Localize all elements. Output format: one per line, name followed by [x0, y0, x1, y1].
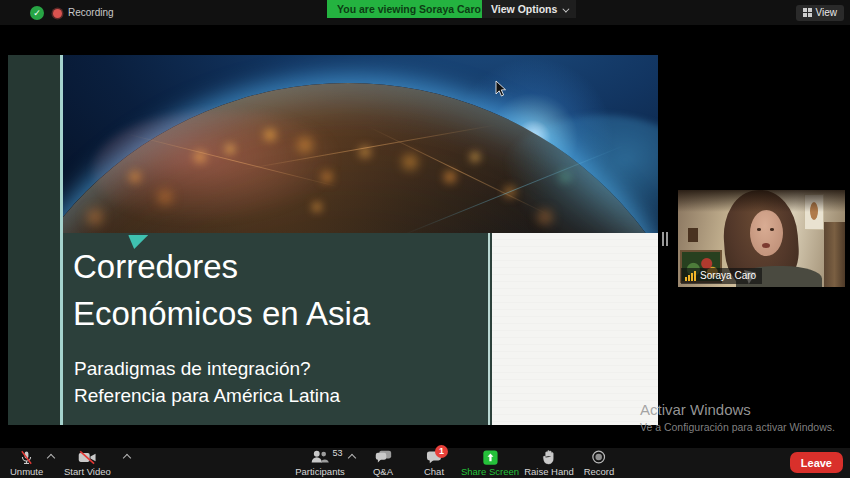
qa-label: Q&A [373, 466, 393, 477]
share-screen-icon [483, 449, 498, 465]
share-screen-button[interactable]: Share Screen [461, 449, 519, 477]
audio-options-caret[interactable] [47, 454, 55, 462]
chat-badge: 1 [435, 445, 448, 458]
city-lights [63, 55, 67, 59]
watermark-title: Activar Windows [640, 401, 835, 418]
raise-hand-label: Raise Hand [524, 466, 574, 477]
participants-count: 53 [332, 448, 342, 458]
participant-name-tag: Soraya Caro [681, 268, 762, 284]
raise-hand-icon [542, 449, 555, 465]
chat-bubble-icon: 1 [426, 449, 442, 465]
qa-bubbles-icon [375, 449, 392, 465]
slide-title-line: Corredores [73, 243, 370, 290]
zoom-meeting-window: ✓ Recording You are viewing Soraya Caro … [0, 0, 850, 478]
view-options-label: View Options [491, 3, 557, 15]
participants-button[interactable]: 53 Participants [295, 449, 345, 477]
chevron-down-icon [563, 6, 570, 13]
atmosphere-pink-glow [93, 110, 353, 230]
encryption-shield-icon: ✓ [30, 6, 44, 20]
camera-off-icon [78, 449, 97, 465]
recording-label: Recording [68, 7, 114, 18]
chat-button[interactable]: 1 Chat [424, 449, 444, 477]
slide-title-box: Corredores Económicos en Asia Paradigmas… [63, 233, 490, 425]
unmute-button[interactable]: Unmute [10, 449, 43, 477]
panel-drag-handle[interactable] [662, 232, 670, 246]
view-label: View [816, 7, 838, 18]
audio-level-icon [685, 271, 696, 281]
mouse-cursor [495, 80, 507, 98]
participant-video-thumbnail[interactable]: Soraya Caro [678, 190, 845, 287]
start-video-button[interactable]: Start Video [64, 449, 111, 477]
grid-view-icon [803, 8, 812, 17]
participant-name: Soraya Caro [700, 268, 756, 284]
participant-face [750, 210, 783, 256]
participants-icon: 53 [310, 449, 329, 465]
share-screen-label: Share Screen [461, 466, 519, 477]
start-video-label: Start Video [64, 466, 111, 477]
slide-subtitle-line: Paradigmas de integración? [74, 355, 340, 382]
ceiling-shadow [678, 190, 845, 212]
slide-subtitle-line: Referencia para América Latina [74, 382, 340, 409]
slide-title-line: Económicos en Asia [73, 290, 370, 337]
unmute-label: Unmute [10, 466, 43, 477]
video-options-caret[interactable] [123, 454, 131, 462]
view-options-button[interactable]: View Options [482, 0, 576, 18]
watermark-subtitle: Ve a Configuración para activar Windows. [640, 421, 835, 433]
slide-subtitle: Paradigmas de integración? Referencia pa… [74, 355, 340, 409]
raise-hand-button[interactable]: Raise Hand [524, 449, 574, 477]
chat-label: Chat [424, 466, 444, 477]
participants-label: Participants [295, 466, 345, 477]
recording-dot-icon [53, 9, 62, 18]
earth-night-image [63, 55, 658, 233]
microphone-muted-icon [19, 449, 34, 465]
slide-title: Corredores Económicos en Asia [73, 243, 370, 337]
slide-white-panel [492, 233, 658, 425]
view-button[interactable]: View [796, 5, 845, 21]
qa-button[interactable]: Q&A [373, 449, 393, 477]
shared-screen-slide: Corredores Económicos en Asia Paradigmas… [8, 55, 658, 425]
top-bar: ✓ Recording You are viewing Soraya Caro … [0, 0, 850, 25]
record-button[interactable]: Record [584, 449, 615, 477]
wall-frame [688, 228, 698, 242]
record-label: Record [584, 466, 615, 477]
record-icon [592, 449, 606, 465]
meeting-toolbar: Unmute Start Video 5 [0, 448, 850, 478]
room-furniture [824, 222, 845, 287]
participants-caret[interactable] [348, 454, 356, 462]
windows-activation-watermark: Activar Windows Ve a Configuración para … [640, 401, 835, 433]
leave-button[interactable]: Leave [790, 452, 843, 473]
slide-left-strip [8, 55, 60, 425]
